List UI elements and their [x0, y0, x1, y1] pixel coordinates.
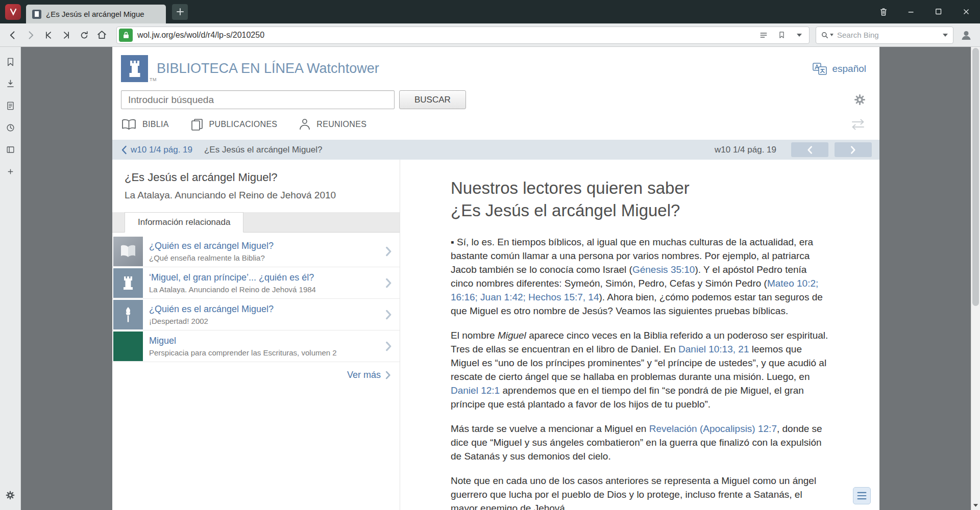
address-dropdown-icon[interactable] — [793, 33, 806, 37]
see-more-link[interactable]: Ver más — [112, 362, 400, 380]
list-item-title[interactable]: Miguel — [149, 336, 379, 346]
site-search-input[interactable] — [121, 90, 395, 109]
see-more-label: Ver más — [347, 370, 381, 380]
search-submit-button[interactable]: BUSCAR — [399, 90, 466, 109]
minimize-button[interactable] — [897, 0, 925, 23]
home-button[interactable] — [93, 27, 110, 43]
browser-titlebar: ¿Es Jesús el arcángel Migue — [0, 0, 980, 23]
article-menu-button[interactable] — [853, 487, 871, 504]
article-paragraph: El nombre Miguel aparece cinco veces en … — [451, 328, 831, 411]
browser-tab[interactable]: ¿Es Jesús el arcángel Migue — [26, 5, 166, 23]
notes-panel-icon[interactable] — [0, 95, 20, 117]
list-item-text: ¿Quién es el arcángel Miguel? ¿Qué enseñ… — [149, 241, 379, 262]
breadcrumb-pager: w10 1/4 pág. 19 — [715, 142, 872, 157]
tab-informacion-relacionada[interactable]: Información relacionada — [125, 212, 243, 233]
document-title: ¿Es Jesús el arcángel Miguel? — [125, 171, 387, 184]
reading-list-icon[interactable] — [757, 31, 770, 40]
search-engine-icon[interactable] — [821, 31, 834, 39]
browser-window: ¿Es Jesús el arcángel Migue — [0, 0, 980, 510]
article-heading-line1: Nuestros lectores quieren saber — [451, 177, 831, 199]
list-item-title[interactable]: ¿Quién es el arcángel Miguel? — [149, 241, 379, 251]
scripture-link[interactable]: Revelación (Apocalipsis) 12:7 — [649, 423, 777, 434]
web-search-input[interactable] — [837, 31, 939, 39]
article: Nuestros lectores quieren saber ¿Es Jesú… — [400, 160, 879, 510]
page-reference-label: w10 1/4 pág. 19 — [715, 145, 776, 155]
article-paragraph: Note que en cada uno de los casos anteri… — [451, 474, 831, 510]
web-search-box[interactable] — [816, 27, 953, 44]
chevron-right-icon — [385, 246, 392, 257]
new-tab-button[interactable] — [172, 4, 188, 20]
scripture-link[interactable]: Génesis 35:10 — [632, 264, 695, 275]
add-panel-icon[interactable] — [0, 161, 20, 183]
article-heading-line2: ¿Es Jesús el arcángel Miguel? — [451, 199, 831, 222]
browser-panel-bar — [0, 47, 21, 510]
list-item[interactable]: Miguel Perspicacia para comprender las E… — [112, 330, 400, 362]
browser-main: TM BIBLIOTECA EN LÍNEA Watchtower españo… — [0, 47, 980, 510]
close-button[interactable] — [952, 0, 980, 23]
browser-navbar: wol.jw.org/es/wol/d/r4/lp-s/2010250 — [0, 23, 980, 47]
forward-button[interactable] — [22, 27, 39, 43]
site-title[interactable]: BIBLIOTECA EN LÍNEA Watchtower — [157, 61, 379, 76]
breadcrumb-bar: w10 1/4 pág. 19 ¿Es Jesús el arcángel Mi… — [112, 140, 879, 160]
language-label: español — [832, 63, 866, 74]
window-scrollbar[interactable] — [971, 47, 980, 510]
watchtower-logo[interactable]: TM — [121, 55, 148, 82]
wol-content: TM BIBLIOTECA EN LÍNEA Watchtower españo… — [112, 47, 879, 510]
language-selector[interactable]: español — [812, 62, 866, 75]
nav-label: PUBLICACIONES — [209, 120, 278, 129]
list-item-subtitle: ¿Qué enseña realmente la Biblia? — [149, 253, 379, 262]
parallel-translations-icon[interactable] — [850, 118, 866, 131]
site-settings-gear-icon[interactable] — [853, 93, 866, 106]
search-dropdown-icon[interactable] — [942, 33, 948, 37]
browser-logo-icon[interactable] — [5, 4, 21, 20]
related-list: ¿Quién es el arcángel Miguel? ¿Qué enseñ… — [112, 233, 400, 380]
list-item[interactable]: ¿Quién es el arcángel Miguel? ¿Qué enseñ… — [112, 236, 400, 267]
trademark-label: TM — [150, 77, 157, 82]
next-article-button[interactable] — [835, 142, 872, 157]
web-page: TM BIBLIOTECA EN LÍNEA Watchtower españo… — [21, 47, 971, 510]
address-bar[interactable]: wol.jw.org/es/wol/d/r4/lp-s/2010250 — [116, 27, 810, 44]
profile-avatar-icon[interactable] — [957, 26, 976, 45]
windows-panel-icon[interactable] — [0, 139, 20, 161]
bookmark-page-icon[interactable] — [775, 31, 788, 39]
url-text[interactable]: wol.jw.org/es/wol/d/r4/lp-s/2010250 — [137, 31, 752, 40]
document-panel: ¿Es Jesús el arcángel Miguel? La Atalaya… — [112, 160, 400, 510]
publications-icon — [190, 118, 204, 131]
list-item-subtitle: Perspicacia para comprender las Escritur… — [149, 348, 379, 357]
site-header: TM BIBLIOTECA EN LÍNEA Watchtower españo… — [112, 47, 879, 82]
list-item-text: ‘Miguel, el gran príncipe’... ¿quién es … — [149, 272, 379, 294]
article-paragraph: ▪ Sí, lo es. En tiempos bíblicos, al igu… — [451, 235, 831, 318]
nav-item-reuniones[interactable]: REUNIONES — [299, 118, 366, 131]
scrollbar-thumb[interactable] — [972, 48, 979, 306]
bookmarks-panel-icon[interactable] — [0, 51, 20, 73]
maximize-button[interactable] — [925, 0, 952, 23]
scroll-down-arrow[interactable] — [971, 502, 980, 509]
history-panel-icon[interactable] — [0, 117, 20, 139]
nav-item-biblia[interactable]: BIBLIA — [121, 118, 169, 131]
list-item[interactable]: ‘Miguel, el gran príncipe’... ¿quién es … — [112, 267, 400, 299]
green-cover-thumbnail — [113, 332, 143, 361]
secure-lock-icon[interactable] — [119, 29, 133, 42]
list-item-subtitle: ¡Despertad! 2002 — [149, 317, 379, 325]
person-icon — [299, 118, 311, 131]
list-item[interactable]: ¿Quién es el arcángel Miguel? ¡Despertad… — [112, 299, 400, 330]
list-item-title[interactable]: ¿Quién es el arcángel Miguel? — [149, 304, 379, 315]
downloads-panel-icon[interactable] — [0, 73, 20, 95]
fast-forward-button[interactable] — [58, 27, 75, 43]
tab-favicon — [32, 10, 41, 19]
trash-button[interactable] — [870, 0, 897, 23]
settings-gear-icon[interactable] — [0, 484, 20, 506]
reload-button[interactable] — [76, 27, 92, 43]
rewind-button[interactable] — [40, 27, 57, 43]
list-item-title[interactable]: ‘Miguel, el gran príncipe’... ¿quién es … — [149, 272, 379, 283]
previous-article-button[interactable] — [791, 142, 828, 157]
panel-tabstrip: Información relacionada — [112, 212, 400, 233]
text: El nombre — [451, 330, 498, 341]
scripture-link[interactable]: Daniel 12:1 — [451, 385, 500, 396]
breadcrumb-back-link[interactable]: w10 1/4 pág. 19 — [121, 145, 192, 155]
site-search-row: BUSCAR — [112, 82, 879, 109]
breadcrumb-back-label: w10 1/4 pág. 19 — [131, 145, 192, 155]
nav-item-publicaciones[interactable]: PUBLICACIONES — [190, 118, 278, 131]
back-button[interactable] — [4, 27, 21, 43]
scripture-link[interactable]: Daniel 10:13, 21 — [678, 344, 749, 354]
